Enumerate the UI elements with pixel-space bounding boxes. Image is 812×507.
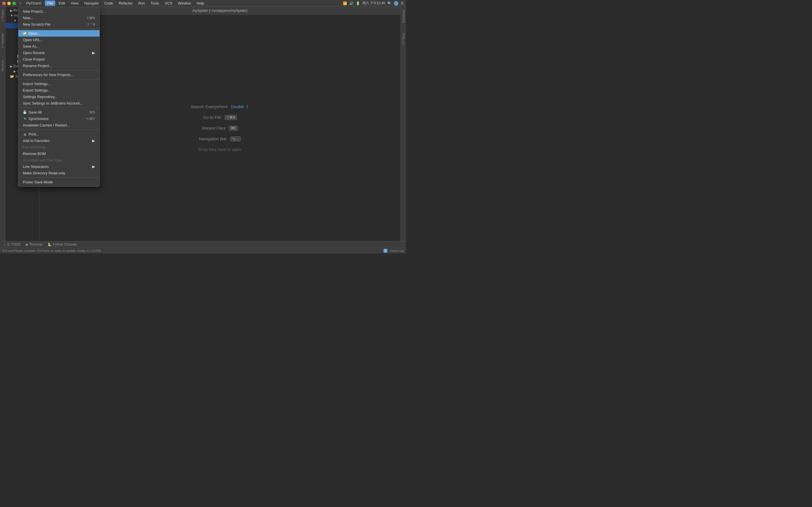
bottom-tab-terminal[interactable]: ▶ Terminal bbox=[24, 242, 45, 247]
traffic-lights bbox=[2, 2, 16, 5]
menu-label: Export Settings... bbox=[23, 88, 51, 93]
minimize-button[interactable] bbox=[7, 2, 11, 5]
menu-label: Sync Settings to JetBrains Account... bbox=[23, 101, 83, 105]
menu-open-recent[interactable]: Open Recent ▶ bbox=[18, 50, 100, 56]
menu-new-project[interactable]: New Project... bbox=[18, 8, 100, 15]
menu-new[interactable]: New... ⇧⌘N bbox=[18, 15, 100, 21]
menubar-edit[interactable]: Edit bbox=[56, 1, 67, 6]
menubar-view[interactable]: View bbox=[68, 1, 81, 6]
menu-separator-6 bbox=[18, 177, 100, 178]
menu-preferences[interactable]: Preferences for New Projects... bbox=[18, 71, 100, 78]
menu-file-encoding[interactable]: File Encoding bbox=[18, 144, 100, 151]
menu-invalidate-caches[interactable]: Invalidate Caches / Restart... bbox=[18, 122, 100, 128]
folder-icon: ▶ bbox=[10, 9, 12, 12]
menu-separator-4 bbox=[18, 108, 100, 108]
menu-label: New Project... bbox=[23, 9, 46, 13]
menu-save-all[interactable]: 💾 Save All ⌘S bbox=[18, 109, 100, 115]
shortcut-goto-file: Go to File ⇧⌘N bbox=[203, 115, 237, 120]
menu-label: Open Recent bbox=[23, 51, 45, 55]
menu-export-settings[interactable]: Export Settings... bbox=[18, 87, 100, 94]
menu-open-url[interactable]: Open URL... bbox=[18, 37, 100, 43]
menu-import-settings[interactable]: Import Settings... bbox=[18, 80, 100, 87]
menu-label: New... bbox=[23, 16, 33, 20]
menubar-window[interactable]: Window bbox=[175, 1, 193, 6]
left-side-tabs: 1: Project 2: Favorites Structure bbox=[0, 7, 6, 241]
sidebar-tab-favorites[interactable]: 2: Favorites bbox=[1, 32, 5, 50]
menu-settings-repo[interactable]: Settings Repository... bbox=[18, 94, 100, 100]
bottom-tab-label: Python Console bbox=[53, 242, 77, 246]
bottom-tab-label: 6: TODO bbox=[7, 242, 21, 246]
menu-label: Invalidate Caches / Restart... bbox=[23, 123, 70, 127]
bottom-tab-todo[interactable]: ✓ 6: TODO bbox=[1, 242, 23, 247]
status-right: 1 Event Log bbox=[384, 249, 404, 252]
submenu-arrow-icon: ▶ bbox=[92, 138, 95, 143]
menu-label: File Encoding bbox=[23, 145, 45, 149]
menu-add-favorites[interactable]: Add to Favorites ▶ bbox=[18, 137, 100, 144]
menu-label: Open URL... bbox=[23, 38, 43, 42]
menu-label: Save As... bbox=[23, 44, 40, 48]
python-console-icon: 🐍 bbox=[47, 242, 52, 246]
menu-rename-project[interactable]: Rename Project... bbox=[18, 62, 100, 69]
menubar-vcs[interactable]: VCS bbox=[162, 1, 174, 6]
wifi-icon: 📶 bbox=[343, 1, 347, 5]
event-log-label[interactable]: Event Log bbox=[390, 249, 404, 252]
menu-open[interactable]: 📁 Open... bbox=[18, 30, 100, 37]
menu-label: Add to Favorites bbox=[23, 138, 50, 143]
search-icon[interactable]: 🔍 bbox=[388, 1, 392, 5]
bottom-tabs: ✓ 6: TODO ▶ Terminal 🐍 Python Console bbox=[0, 241, 406, 247]
editor-title: mySpider [~/scrapyenv/mySpider] bbox=[193, 8, 248, 13]
menu-remove-bom[interactable]: Remove BOM bbox=[18, 151, 100, 157]
menubar-file[interactable]: File bbox=[45, 1, 55, 6]
close-button[interactable] bbox=[2, 2, 6, 5]
menu-label: Preferences for New Projects... bbox=[23, 73, 73, 77]
menu-shortcut: ⇧⌃N bbox=[87, 22, 95, 26]
menu-save-as[interactable]: Save As... bbox=[18, 43, 100, 50]
sidebar-toggle-icon[interactable]: ☰ bbox=[401, 1, 404, 5]
bottom-tab-python-console[interactable]: 🐍 Python Console bbox=[45, 242, 79, 247]
folder-icon: ▼ bbox=[10, 14, 13, 17]
user-avatar bbox=[394, 1, 398, 6]
sidebar-tab-structure[interactable]: Structure bbox=[1, 58, 5, 73]
maximize-button[interactable] bbox=[12, 2, 16, 5]
todo-icon: ✓ bbox=[3, 242, 6, 246]
status-message: IDE and Plugin Updates: PyCharm is ready… bbox=[2, 249, 101, 252]
menubar-run[interactable]: Run bbox=[136, 1, 147, 6]
menu-separator-5 bbox=[18, 129, 100, 130]
status-bar: IDE and Plugin Updates: PyCharm is ready… bbox=[0, 247, 406, 253]
folder-icon: 📁 bbox=[23, 32, 27, 35]
menu-separator-1 bbox=[18, 29, 100, 29]
menubar:  PyCharm File Edit View Navigate Code R… bbox=[0, 0, 406, 7]
shortcut-recent-files: Recent Files ⌘E bbox=[202, 126, 238, 131]
menu-line-separators[interactable]: Line Separators ▶ bbox=[18, 163, 100, 170]
menu-synchronize[interactable]: ↻ Synchronize ⌥⌘Y bbox=[18, 115, 100, 122]
side-tab-database[interactable]: Database bbox=[401, 8, 406, 24]
folder-icon: ▼ bbox=[13, 19, 17, 22]
menu-print[interactable]: 🖨 Print... bbox=[18, 131, 100, 137]
menu-label: Open... bbox=[29, 31, 41, 36]
menubar-tools[interactable]: Tools bbox=[148, 1, 161, 6]
menu-label: Settings Repository... bbox=[23, 95, 57, 99]
menu-label: Synchronize bbox=[29, 117, 49, 121]
menubar-refactor[interactable]: Refactor bbox=[116, 1, 135, 6]
side-tabs-right: Database CV View bbox=[400, 7, 406, 241]
menu-label: New Scratch File bbox=[23, 22, 50, 26]
menubar-navigate[interactable]: Navigate bbox=[82, 1, 101, 6]
apple-logo:  bbox=[18, 1, 23, 6]
menu-shortcut: ⌥⌘Y bbox=[86, 117, 95, 121]
package-icon: ▶ bbox=[13, 69, 16, 73]
menubar-pycharm[interactable]: PyCharm bbox=[24, 1, 44, 6]
shortcut-navigation-bar: Navigation Bar ⌥← bbox=[199, 136, 241, 142]
menubar-code[interactable]: Code bbox=[102, 1, 115, 6]
sidebar-tab-project[interactable]: 1: Project bbox=[1, 8, 5, 23]
menu-associate-file[interactable]: Associate with File Type... bbox=[18, 157, 100, 163]
menu-make-readonly[interactable]: Make Directory Read-only bbox=[18, 170, 100, 176]
menubar-left:  PyCharm File Edit View Navigate Code R… bbox=[18, 1, 206, 6]
menu-new-scratch[interactable]: New Scratch File ⇧⌃N bbox=[18, 21, 100, 27]
menubar-help[interactable]: Help bbox=[194, 1, 206, 6]
menu-label: Remove BOM bbox=[23, 152, 46, 156]
menu-power-save[interactable]: Power Save Mode bbox=[18, 179, 100, 185]
bottom-tab-label: Terminal bbox=[30, 242, 42, 246]
menu-sync-settings[interactable]: Sync Settings to JetBrains Account... bbox=[18, 100, 100, 107]
side-tab-cvview[interactable]: CV View bbox=[401, 31, 406, 47]
menu-close-project[interactable]: Close Project bbox=[18, 56, 100, 62]
